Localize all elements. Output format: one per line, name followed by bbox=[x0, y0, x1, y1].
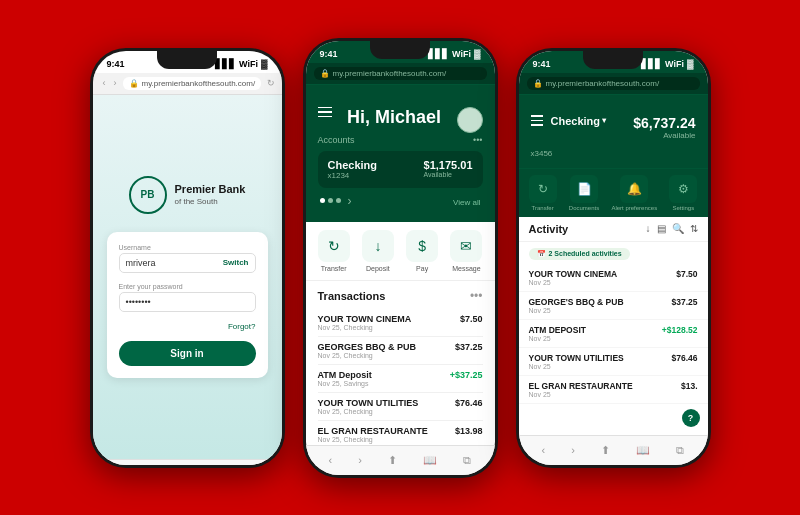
activity-name-5: EL GRAN RESTAURANTE bbox=[529, 381, 633, 391]
bank-sub: of the South bbox=[175, 197, 246, 206]
tabs-icon-3[interactable]: ⧉ bbox=[676, 444, 684, 457]
activity-amount-2: $37.25 bbox=[672, 297, 698, 314]
filter-icon[interactable]: ▤ bbox=[657, 223, 666, 234]
forward-nav-2[interactable]: › bbox=[358, 454, 362, 466]
back-nav-2[interactable]: ‹ bbox=[329, 454, 333, 466]
checking-available: Available bbox=[424, 171, 473, 178]
activity-item-2[interactable]: GEORGE'S BBQ & PUBNov 25 $37.25 bbox=[519, 292, 708, 320]
url-box-2[interactable]: 🔒 my.premierbankofthesouth.com/ bbox=[314, 67, 487, 80]
pay-icon: $ bbox=[406, 230, 438, 262]
url-text-2: my.premierbankofthesouth.com/ bbox=[333, 69, 447, 78]
switch-button[interactable]: Switch bbox=[223, 258, 249, 267]
action-pay[interactable]: $ Pay bbox=[406, 230, 438, 272]
trans-amount-4: $76.46 bbox=[455, 398, 483, 408]
status-icons-1: ▋▋▋ WiFi ▓ bbox=[215, 59, 267, 69]
trans-date-1: Nov 25, Checking bbox=[318, 324, 412, 331]
p3-settings-label: Settings bbox=[673, 205, 695, 211]
url-box-1[interactable]: 🔒 my.premierbankofthesouth.com/ bbox=[123, 77, 262, 90]
activity-date-3: Nov 25 bbox=[529, 335, 586, 342]
sign-in-button[interactable]: Sign in bbox=[119, 341, 256, 366]
signal-icon: ▋▋▋ bbox=[215, 59, 236, 69]
trans-item-3[interactable]: ATM DepositNov 25, Savings +$37.25 bbox=[318, 365, 483, 393]
trans-item-5[interactable]: EL GRAN RESTAURANTENov 25, Checking $13.… bbox=[318, 421, 483, 445]
hamburger-3[interactable] bbox=[531, 115, 543, 126]
transfer-icon: ↻ bbox=[318, 230, 350, 262]
bottom-nav-3: ‹ › ⬆ 📖 ⧉ bbox=[519, 435, 708, 465]
tabs-icon-2[interactable]: ⧉ bbox=[463, 454, 471, 467]
trans-date-5: Nov 25, Checking bbox=[318, 436, 428, 443]
trans-amount-2: $37.25 bbox=[455, 342, 483, 352]
transfer-label: Transfer bbox=[321, 265, 347, 272]
activity-date-2: Nov 25 bbox=[529, 307, 624, 314]
back-btn-1[interactable]: ‹ bbox=[101, 77, 108, 89]
forward-nav-3[interactable]: › bbox=[571, 444, 575, 456]
p3-action-documents[interactable]: 📄 Documents bbox=[569, 175, 599, 211]
activity-item-1[interactable]: YOUR TOWN CINEMANov 25 $7.50 bbox=[519, 264, 708, 292]
transactions-section: Transactions ••• YOUR TOWN CINEMANov 25,… bbox=[306, 281, 495, 445]
trans-amount-3: +$37.25 bbox=[450, 370, 483, 380]
browser-bar-3: 🔒 my.premierbankofthesouth.com/ bbox=[519, 73, 708, 95]
account-detail-header: Checking ▾ $6,737.24 Available x3456 bbox=[519, 95, 708, 168]
p3-action-settings[interactable]: ⚙ Settings bbox=[669, 175, 697, 211]
action-deposit[interactable]: ↓ Deposit bbox=[362, 230, 394, 272]
username-value[interactable]: mrivera bbox=[126, 258, 223, 268]
forgot-link[interactable]: Forgot? bbox=[119, 322, 256, 331]
view-all-link[interactable]: View all bbox=[453, 198, 480, 207]
p3-transfer-label: Transfer bbox=[532, 205, 554, 211]
more-icon[interactable]: ••• bbox=[473, 135, 482, 145]
hamburger-menu[interactable] bbox=[318, 107, 332, 118]
url-box-3[interactable]: 🔒 my.premierbankofthesouth.com/ bbox=[527, 77, 700, 90]
account-balance: $6,737.24 bbox=[633, 115, 695, 131]
p3-action-alerts[interactable]: 🔔 Alert preferences bbox=[611, 175, 657, 211]
trans-item-1[interactable]: YOUR TOWN CINEMANov 25, Checking $7.50 bbox=[318, 309, 483, 337]
dropdown-arrow[interactable]: ▾ bbox=[602, 116, 606, 125]
deposit-label: Deposit bbox=[366, 265, 390, 272]
action-transfer[interactable]: ↻ Transfer bbox=[318, 230, 350, 272]
trans-name-3: ATM Deposit bbox=[318, 370, 372, 380]
trans-item-2[interactable]: GEORGES BBQ & PUBNov 25, Checking $37.25 bbox=[318, 337, 483, 365]
activity-header: Activity ↓ ▤ 🔍 ⇅ bbox=[519, 217, 708, 242]
refresh-btn-1[interactable]: ↻ bbox=[265, 77, 277, 89]
scheduled-text: 2 Scheduled activities bbox=[549, 250, 622, 257]
dots-nav: › View all bbox=[318, 194, 483, 212]
arrow-right[interactable]: › bbox=[348, 194, 352, 208]
back-nav-3[interactable]: ‹ bbox=[542, 444, 546, 456]
p3-settings-icon: ⚙ bbox=[669, 175, 697, 203]
status-time-3: 9:41 bbox=[533, 59, 551, 69]
activity-name-3: ATM DEPOSIT bbox=[529, 325, 586, 335]
help-bubble[interactable]: ? bbox=[682, 409, 700, 427]
activity-amount-3: +$128.52 bbox=[662, 325, 698, 342]
activity-item-4[interactable]: YOUR TOWN UTILITIESNov 25 $76.46 bbox=[519, 348, 708, 376]
forward-btn-1[interactable]: › bbox=[112, 77, 119, 89]
calendar-icon: 📅 bbox=[537, 250, 546, 258]
checking-amount: $1,175.01 bbox=[424, 159, 473, 171]
sort-icon[interactable]: ⇅ bbox=[690, 223, 698, 234]
book-icon-3[interactable]: 📖 bbox=[636, 444, 650, 457]
status-time-1: 9:41 bbox=[107, 59, 125, 69]
login-form: Username mrivera Switch Enter your passw… bbox=[107, 232, 268, 378]
download-icon[interactable]: ↓ bbox=[646, 223, 651, 234]
p3-action-transfer[interactable]: ↻ Transfer bbox=[529, 175, 557, 211]
password-value[interactable]: •••••••• bbox=[126, 297, 249, 307]
trans-date-3: Nov 25, Savings bbox=[318, 380, 372, 387]
action-message[interactable]: ✉ Message bbox=[450, 230, 482, 272]
battery-icon-3: ▓ bbox=[687, 59, 694, 69]
activity-item-3[interactable]: ATM DEPOSITNov 25 +$128.52 bbox=[519, 320, 708, 348]
activity-date-5: Nov 25 bbox=[529, 391, 633, 398]
account-number: x3456 bbox=[531, 149, 553, 158]
activity-name-4: YOUR TOWN UTILITIES bbox=[529, 353, 624, 363]
trans-item-4[interactable]: YOUR TOWN UTILITIESNov 25, Checking $76.… bbox=[318, 393, 483, 421]
search-icon-3[interactable]: 🔍 bbox=[672, 223, 684, 234]
activity-amount-5: $13. bbox=[681, 381, 698, 398]
url-text-1: my.premierbankofthesouth.com/ bbox=[142, 79, 256, 88]
phone-dashboard: 9:41 ▋▋▋ WiFi ▓ 🔒 my.premierbankofthesou… bbox=[303, 38, 498, 478]
share-icon-3[interactable]: ⬆ bbox=[601, 444, 610, 457]
activity-item-5[interactable]: EL GRAN RESTAURANTENov 25 $13. bbox=[519, 376, 708, 404]
activity-section: Activity ↓ ▤ 🔍 ⇅ 📅 2 Scheduled activitie… bbox=[519, 217, 708, 435]
book-icon-2[interactable]: 📖 bbox=[423, 454, 437, 467]
share-icon-2[interactable]: ⬆ bbox=[388, 454, 397, 467]
trans-more-icon[interactable]: ••• bbox=[470, 289, 483, 303]
trans-date-2: Nov 25, Checking bbox=[318, 352, 417, 359]
scheduled-badge[interactable]: 📅 2 Scheduled activities bbox=[529, 248, 630, 260]
checking-card[interactable]: Checking x1234 $1,175.01 Available bbox=[318, 151, 483, 188]
